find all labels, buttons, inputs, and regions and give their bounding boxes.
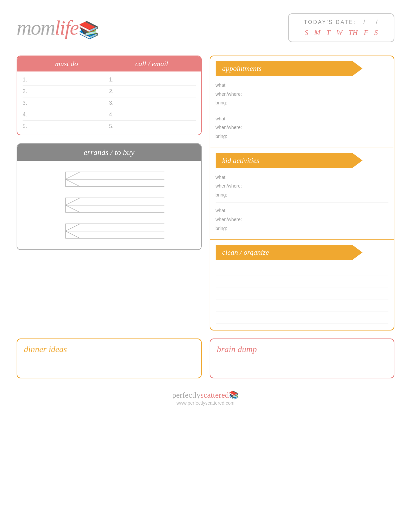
days-row: S M T W TH F S <box>299 28 384 37</box>
appointments-banner: appointments <box>216 61 362 76</box>
kid-activity-block-2: what: when/where: bring: <box>216 203 389 236</box>
logo-mom: mom <box>17 16 55 39</box>
brand-start: perfectly <box>172 391 200 399</box>
day-t: T <box>326 28 330 37</box>
day-f: F <box>364 28 368 37</box>
must-do-header: must do call / email <box>17 56 201 71</box>
call-num-5: 5. <box>109 123 195 129</box>
clean-organize-section: clean / organize <box>210 240 394 330</box>
day-th: TH <box>349 28 358 37</box>
left-column: must do call / email 1. 1. 2. 2. 3. 3. 4… <box>17 56 202 331</box>
kid-activities-banner: kid activities <box>216 153 362 168</box>
clean-line-5 <box>216 312 389 324</box>
appt2-what: what: <box>216 114 389 123</box>
clean-line-3 <box>216 288 389 300</box>
dinner-ideas-title: dinner ideas <box>24 344 194 354</box>
must-do-row: 2. 2. <box>23 86 196 97</box>
clean-lines <box>216 261 389 327</box>
call-num-3: 3. <box>109 100 195 106</box>
day-s2: S <box>374 28 378 37</box>
appt1-what: what: <box>216 81 389 90</box>
kid1-when: when/where: <box>216 182 389 191</box>
must-do-body: 1. 1. 2. 2. 3. 3. 4. 4. 5. 5. <box>17 71 201 135</box>
brain-dump-box: brain dump <box>210 338 395 378</box>
errands-body <box>17 161 201 249</box>
brand-name: perfectlyscattered📚 <box>17 390 394 400</box>
kid2-what: what: <box>216 206 389 215</box>
bottom-row: dinner ideas brain dump <box>17 338 394 378</box>
clean-organize-label: clean / organize <box>222 248 269 256</box>
must-do-num-5: 5. <box>23 123 109 129</box>
errand-arrow-group-1 <box>21 168 197 191</box>
appt2-when: when/where: <box>216 123 389 132</box>
clean-line-2 <box>216 276 389 288</box>
appointments-label: appointments <box>222 64 262 72</box>
footer-books-icon: 📚 <box>229 391 239 399</box>
appointments-section: appointments what: when/where: bring: wh… <box>210 56 394 148</box>
brand-end: scattered <box>201 391 229 399</box>
date-box: TODAY'S DATE: / / S M T W TH F S <box>288 13 394 42</box>
must-do-num-2: 2. <box>23 88 109 94</box>
call-num-4: 4. <box>109 112 195 118</box>
date-label: TODAY'S DATE: / / <box>299 19 384 26</box>
call-num-1: 1. <box>109 77 195 83</box>
logo: momlife📚 <box>17 16 98 40</box>
must-do-num-1: 1. <box>23 77 109 83</box>
day-s1: S <box>305 28 308 37</box>
right-column: appointments what: when/where: bring: wh… <box>210 56 395 331</box>
errand-arrow-group-3 <box>21 219 197 243</box>
dinner-ideas-box: dinner ideas <box>17 338 202 378</box>
date-slash1: / <box>363 19 366 25</box>
day-m: M <box>314 28 320 37</box>
clean-organize-banner: clean / organize <box>216 245 362 260</box>
kid2-when: when/where: <box>216 215 389 224</box>
footer: perfectlyscattered📚 www.perfectlyscatter… <box>17 390 394 406</box>
must-do-row: 3. 3. <box>23 97 196 109</box>
kid-activity-block-1: what: when/where: bring: <box>216 170 389 203</box>
logo-books-icon: 📚 <box>78 20 98 40</box>
header: momlife📚 TODAY'S DATE: / / S M T W TH F … <box>17 13 394 42</box>
call-email-label: call / email <box>109 60 194 68</box>
appointment-block-2: what: when/where: bring: <box>216 111 389 144</box>
kid1-bring: bring: <box>216 191 389 200</box>
day-w: W <box>336 28 342 37</box>
call-num-2: 2. <box>109 88 195 94</box>
must-do-box: must do call / email 1. 1. 2. 2. 3. 3. 4… <box>17 56 202 135</box>
errand-arrow-group-2 <box>21 194 197 217</box>
appt1-bring: bring: <box>216 98 389 107</box>
must-do-num-4: 4. <box>23 112 109 118</box>
kid-activities-label: kid activities <box>222 156 259 165</box>
brain-dump-title: brain dump <box>217 344 387 354</box>
must-do-row: 1. 1. <box>23 74 196 86</box>
errands-header: errands / to buy <box>17 144 201 161</box>
appt1-when: when/where: <box>216 90 389 99</box>
must-do-row: 4. 4. <box>23 109 196 121</box>
clean-line-1 <box>216 264 389 276</box>
kid1-what: what: <box>216 173 389 182</box>
appt2-bring: bring: <box>216 132 389 141</box>
must-do-label: must do <box>24 60 109 68</box>
errands-box: errands / to buy <box>17 143 202 250</box>
footer-url: www.perfectlyscattered.com <box>17 400 394 406</box>
clean-line-4 <box>216 300 389 312</box>
main-grid: must do call / email 1. 1. 2. 2. 3. 3. 4… <box>17 56 394 331</box>
appointment-block-1: what: when/where: bring: <box>216 77 389 111</box>
kid2-bring: bring: <box>216 224 389 233</box>
must-do-num-3: 3. <box>23 100 109 106</box>
must-do-row: 5. 5. <box>23 121 196 132</box>
date-slash2: / <box>376 19 378 25</box>
kid-activities-section: kid activities what: when/where: bring: … <box>210 148 394 240</box>
logo-life: life <box>55 16 78 39</box>
